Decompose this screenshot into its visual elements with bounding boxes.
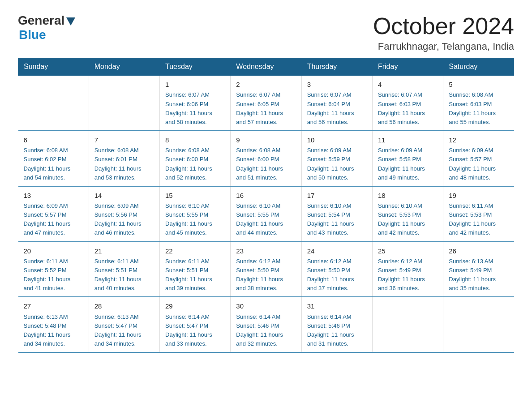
- calendar-week-row: 13Sunrise: 6:09 AM Sunset: 5:57 PM Dayli…: [18, 186, 514, 242]
- day-number: 17: [307, 190, 367, 201]
- calendar-cell: 16Sunrise: 6:10 AM Sunset: 5:55 PM Dayli…: [231, 186, 301, 242]
- day-info: Sunrise: 6:11 AM Sunset: 5:53 PM Dayligh…: [449, 201, 508, 238]
- day-number: 8: [165, 135, 225, 145]
- calendar-cell: [89, 76, 159, 131]
- day-info: Sunrise: 6:09 AM Sunset: 5:58 PM Dayligh…: [378, 146, 438, 182]
- day-info: Sunrise: 6:10 AM Sunset: 5:55 PM Dayligh…: [236, 201, 296, 238]
- day-info: Sunrise: 6:08 AM Sunset: 6:02 PM Dayligh…: [24, 146, 83, 182]
- calendar-cell: [372, 297, 443, 352]
- calendar-cell: 12Sunrise: 6:09 AM Sunset: 5:57 PM Dayli…: [443, 131, 514, 186]
- day-number: 24: [307, 246, 367, 256]
- calendar-cell: 27Sunrise: 6:13 AM Sunset: 5:48 PM Dayli…: [18, 297, 89, 352]
- day-number: 20: [24, 246, 83, 256]
- header-row: Sunday Monday Tuesday Wednesday Thursday…: [18, 58, 514, 76]
- calendar-cell: 4Sunrise: 6:07 AM Sunset: 6:03 PM Daylig…: [372, 76, 443, 131]
- col-friday: Friday: [372, 58, 443, 76]
- calendar-header: Sunday Monday Tuesday Wednesday Thursday…: [18, 58, 514, 76]
- calendar-cell: 5Sunrise: 6:08 AM Sunset: 6:03 PM Daylig…: [443, 76, 514, 131]
- day-number: 23: [236, 246, 296, 256]
- day-info: Sunrise: 6:11 AM Sunset: 5:52 PM Dayligh…: [24, 257, 83, 293]
- day-number: 19: [449, 190, 508, 201]
- day-info: Sunrise: 6:07 AM Sunset: 6:03 PM Dayligh…: [378, 90, 438, 127]
- calendar-week-row: 20Sunrise: 6:11 AM Sunset: 5:52 PM Dayli…: [18, 242, 514, 297]
- day-number: 9: [236, 135, 296, 145]
- calendar-cell: 23Sunrise: 6:12 AM Sunset: 5:50 PM Dayli…: [231, 242, 301, 297]
- col-wednesday: Wednesday: [231, 58, 301, 76]
- calendar-cell: 10Sunrise: 6:09 AM Sunset: 5:59 PM Dayli…: [301, 131, 372, 186]
- col-monday: Monday: [89, 58, 159, 76]
- calendar-cell: 7Sunrise: 6:08 AM Sunset: 6:01 PM Daylig…: [89, 131, 159, 186]
- logo: General Blue: [18, 13, 75, 42]
- calendar-cell: 29Sunrise: 6:14 AM Sunset: 5:47 PM Dayli…: [160, 297, 231, 352]
- day-info: Sunrise: 6:08 AM Sunset: 6:01 PM Dayligh…: [94, 146, 154, 182]
- day-info: Sunrise: 6:08 AM Sunset: 6:03 PM Dayligh…: [449, 90, 508, 127]
- calendar-cell: 11Sunrise: 6:09 AM Sunset: 5:58 PM Dayli…: [372, 131, 443, 186]
- day-info: Sunrise: 6:13 AM Sunset: 5:47 PM Dayligh…: [94, 313, 154, 349]
- calendar-cell: 3Sunrise: 6:07 AM Sunset: 6:04 PM Daylig…: [301, 76, 372, 131]
- day-info: Sunrise: 6:13 AM Sunset: 5:49 PM Dayligh…: [449, 257, 508, 293]
- day-number: 2: [236, 79, 296, 90]
- day-info: Sunrise: 6:12 AM Sunset: 5:50 PM Dayligh…: [307, 257, 367, 293]
- day-number: 5: [449, 79, 508, 90]
- col-tuesday: Tuesday: [160, 58, 231, 76]
- calendar-cell: 2Sunrise: 6:07 AM Sunset: 6:05 PM Daylig…: [231, 76, 301, 131]
- day-number: 25: [378, 246, 438, 256]
- calendar-cell: 28Sunrise: 6:13 AM Sunset: 5:47 PM Dayli…: [89, 297, 159, 352]
- day-number: 22: [165, 246, 225, 256]
- calendar-cell: 19Sunrise: 6:11 AM Sunset: 5:53 PM Dayli…: [443, 186, 514, 242]
- day-info: Sunrise: 6:10 AM Sunset: 5:54 PM Dayligh…: [307, 201, 367, 238]
- calendar-title: October 2024: [373, 13, 514, 39]
- calendar-cell: 17Sunrise: 6:10 AM Sunset: 5:54 PM Dayli…: [301, 186, 372, 242]
- day-number: 11: [378, 135, 438, 145]
- day-info: Sunrise: 6:07 AM Sunset: 6:06 PM Dayligh…: [165, 90, 225, 127]
- day-number: 6: [24, 135, 83, 145]
- day-number: 27: [24, 301, 83, 311]
- calendar-cell: 20Sunrise: 6:11 AM Sunset: 5:52 PM Dayli…: [18, 242, 89, 297]
- day-info: Sunrise: 6:09 AM Sunset: 5:59 PM Dayligh…: [307, 146, 367, 182]
- day-number: 10: [307, 135, 367, 145]
- day-number: 18: [378, 190, 438, 201]
- day-info: Sunrise: 6:12 AM Sunset: 5:50 PM Dayligh…: [236, 257, 296, 293]
- day-info: Sunrise: 6:09 AM Sunset: 5:57 PM Dayligh…: [24, 201, 83, 238]
- day-number: 1: [165, 79, 225, 90]
- calendar-cell: 22Sunrise: 6:11 AM Sunset: 5:51 PM Dayli…: [160, 242, 231, 297]
- calendar-cell: [18, 76, 89, 131]
- calendar-cell: 21Sunrise: 6:11 AM Sunset: 5:51 PM Dayli…: [89, 242, 159, 297]
- calendar-subtitle: Farrukhnagar, Telangana, India: [373, 41, 514, 52]
- calendar-body: 1Sunrise: 6:07 AM Sunset: 6:06 PM Daylig…: [18, 76, 514, 353]
- calendar-table: Sunday Monday Tuesday Wednesday Thursday…: [18, 58, 514, 353]
- day-number: 31: [307, 301, 367, 311]
- day-info: Sunrise: 6:14 AM Sunset: 5:46 PM Dayligh…: [236, 313, 296, 349]
- day-info: Sunrise: 6:07 AM Sunset: 6:04 PM Dayligh…: [307, 90, 367, 127]
- day-number: 7: [94, 135, 154, 145]
- calendar-cell: 15Sunrise: 6:10 AM Sunset: 5:55 PM Dayli…: [160, 186, 231, 242]
- day-info: Sunrise: 6:13 AM Sunset: 5:48 PM Dayligh…: [24, 313, 83, 349]
- col-sunday: Sunday: [18, 58, 89, 76]
- day-info: Sunrise: 6:11 AM Sunset: 5:51 PM Dayligh…: [165, 257, 225, 293]
- title-block: October 2024 Farrukhnagar, Telangana, In…: [373, 13, 514, 52]
- day-number: 30: [236, 301, 296, 311]
- logo-general-text: General: [18, 13, 64, 28]
- day-info: Sunrise: 6:08 AM Sunset: 6:00 PM Dayligh…: [236, 146, 296, 182]
- calendar-cell: 14Sunrise: 6:09 AM Sunset: 5:56 PM Dayli…: [89, 186, 159, 242]
- calendar-cell: 13Sunrise: 6:09 AM Sunset: 5:57 PM Dayli…: [18, 186, 89, 242]
- calendar-cell: 8Sunrise: 6:08 AM Sunset: 6:00 PM Daylig…: [160, 131, 231, 186]
- calendar-week-row: 27Sunrise: 6:13 AM Sunset: 5:48 PM Dayli…: [18, 297, 514, 352]
- day-number: 16: [236, 190, 296, 201]
- calendar-week-row: 6Sunrise: 6:08 AM Sunset: 6:02 PM Daylig…: [18, 131, 514, 186]
- logo-triangle-icon: [66, 17, 75, 26]
- calendar-cell: 6Sunrise: 6:08 AM Sunset: 6:02 PM Daylig…: [18, 131, 89, 186]
- day-info: Sunrise: 6:10 AM Sunset: 5:53 PM Dayligh…: [378, 201, 438, 238]
- col-saturday: Saturday: [443, 58, 514, 76]
- day-info: Sunrise: 6:09 AM Sunset: 5:56 PM Dayligh…: [94, 201, 154, 238]
- calendar-cell: 18Sunrise: 6:10 AM Sunset: 5:53 PM Dayli…: [372, 186, 443, 242]
- day-number: 4: [378, 79, 438, 90]
- day-info: Sunrise: 6:14 AM Sunset: 5:47 PM Dayligh…: [165, 313, 225, 349]
- calendar-cell: 25Sunrise: 6:12 AM Sunset: 5:49 PM Dayli…: [372, 242, 443, 297]
- day-info: Sunrise: 6:10 AM Sunset: 5:55 PM Dayligh…: [165, 201, 225, 238]
- day-info: Sunrise: 6:09 AM Sunset: 5:57 PM Dayligh…: [449, 146, 508, 182]
- day-info: Sunrise: 6:08 AM Sunset: 6:00 PM Dayligh…: [165, 146, 225, 182]
- day-number: 3: [307, 79, 367, 90]
- day-number: 12: [449, 135, 508, 145]
- day-info: Sunrise: 6:12 AM Sunset: 5:49 PM Dayligh…: [378, 257, 438, 293]
